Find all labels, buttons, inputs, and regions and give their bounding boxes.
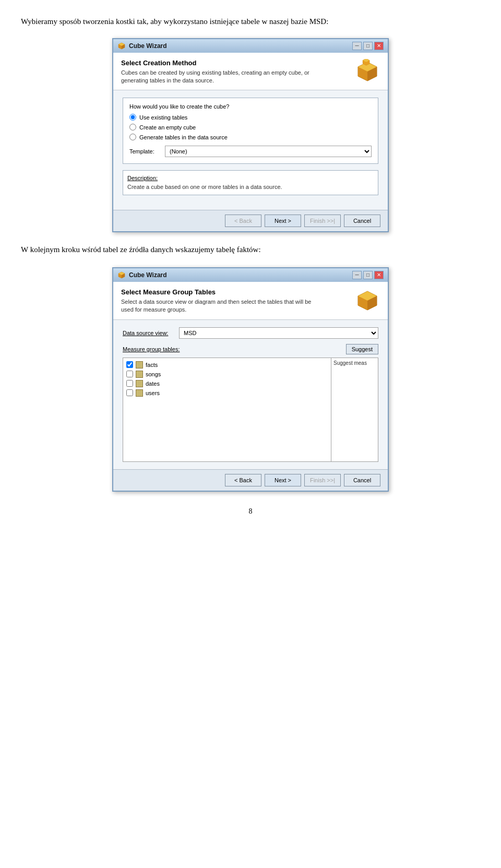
checkbox-songs[interactable] <box>126 371 133 377</box>
radio-empty-cube-input[interactable] <box>129 124 136 130</box>
dialog1-description-box: Description: Create a cube based on one … <box>123 170 378 195</box>
dialog1-heading: Select Creation Method <box>121 59 319 67</box>
dialog2-wrapper: Cube Wizard ─ □ ✕ Select Measure Group T… <box>21 267 480 492</box>
dialog2-cube-icon-small <box>117 271 126 279</box>
finish-button-1: Finish >>| <box>304 215 341 227</box>
checkbox-facts[interactable] <box>126 361 133 368</box>
measure-group-header: Measure group tables: Suggest <box>123 344 378 354</box>
dialog1-question: How would you like to create the cube? <box>129 103 372 110</box>
minimize-button[interactable]: ─ <box>352 42 362 50</box>
table-name-songs: songs <box>146 371 161 377</box>
radio-generate-tables[interactable]: Generate tables in the data source <box>129 134 372 140</box>
restore-button[interactable]: □ <box>363 42 373 50</box>
dialog1-cube-icon <box>355 59 380 84</box>
page-number: 8 <box>21 507 480 516</box>
data-source-label: Data source view: <box>123 330 175 336</box>
dialog1-header-desc: Cubes can be created by using existing t… <box>121 69 319 85</box>
list-item[interactable]: facts <box>125 360 329 370</box>
finish-button-2: Finish >>| <box>304 474 341 486</box>
dialog1-wrapper: Cube Wizard ─ □ ✕ Select Creation Method… <box>21 38 480 233</box>
dialog1-title: Cube Wizard <box>117 42 167 50</box>
table-list: facts songs dates us <box>123 358 331 462</box>
dialog2-close-button[interactable]: ✕ <box>374 271 384 279</box>
radio-generate-tables-input[interactable] <box>129 134 136 140</box>
table-name-dates: dates <box>146 381 160 387</box>
dialog1-header: Select Creation Method Cubes can be crea… <box>113 53 388 91</box>
list-item[interactable]: songs <box>125 370 329 379</box>
dialog1-group-box: How would you like to create the cube? U… <box>123 98 378 164</box>
radio-use-existing-input[interactable] <box>129 114 136 121</box>
table-list-area: facts songs dates us <box>123 358 378 462</box>
description-label: Description: <box>127 175 374 181</box>
checkbox-dates[interactable] <box>126 380 133 387</box>
table-icon-dates <box>136 380 143 387</box>
back-button-2[interactable]: < Back <box>225 474 261 486</box>
dialog2-titlebar: Cube Wizard ─ □ ✕ <box>113 268 388 282</box>
dialog1-titlebar: Cube Wizard ─ □ ✕ <box>113 39 388 53</box>
suggest-button[interactable]: Suggest <box>346 344 378 354</box>
table-name-facts: facts <box>146 362 158 368</box>
dialog2-title: Cube Wizard <box>117 271 167 279</box>
radio-empty-cube-label: Create an empty cube <box>139 124 196 130</box>
dialog2-header-desc: Select a data source view or diagram and… <box>121 298 319 314</box>
dialog1-header-text: Select Creation Method Cubes can be crea… <box>121 59 319 85</box>
radio-empty-cube[interactable]: Create an empty cube <box>129 124 372 130</box>
intro-paragraph: Wybieramy sposób tworzenia kostki tak, a… <box>21 16 480 28</box>
data-source-select[interactable]: MSD <box>179 327 378 339</box>
radio-use-existing-label: Use existing tables <box>139 114 187 121</box>
table-icon-songs <box>136 371 143 378</box>
cancel-button-1[interactable]: Cancel <box>344 215 380 227</box>
suggest-side-label: Suggest meas <box>333 360 367 366</box>
dialog2: Cube Wizard ─ □ ✕ Select Measure Group T… <box>112 267 389 492</box>
dialog1-footer: < Back Next > Finish >>| Cancel <box>113 210 388 231</box>
next-button-2[interactable]: Next > <box>265 474 301 486</box>
list-item[interactable]: users <box>125 388 329 398</box>
dialog2-heading: Select Measure Group Tables <box>121 288 319 296</box>
radio-generate-tables-label: Generate tables in the data source <box>139 134 228 140</box>
measure-group-label: Measure group tables: <box>123 346 180 352</box>
close-button[interactable]: ✕ <box>374 42 384 50</box>
dialog2-header-text: Select Measure Group Tables Select a dat… <box>121 288 319 314</box>
middle-paragraph: W kolejnym kroku wśród tabel ze źródła d… <box>21 244 480 256</box>
cancel-button-2[interactable]: Cancel <box>344 474 380 486</box>
dialog1-title-text: Cube Wizard <box>129 42 167 50</box>
list-item[interactable]: dates <box>125 379 329 388</box>
dialog1: Cube Wizard ─ □ ✕ Select Creation Method… <box>112 38 389 233</box>
suggest-side-panel: Suggest meas <box>331 358 378 462</box>
checkbox-users[interactable] <box>126 389 133 396</box>
table-name-users: users <box>146 390 160 396</box>
dialog2-minimize-button[interactable]: ─ <box>352 271 362 279</box>
dialog2-titlebar-buttons: ─ □ ✕ <box>352 271 384 279</box>
data-source-row: Data source view: MSD <box>123 327 378 339</box>
cube-wizard-icon <box>117 42 126 50</box>
radio-use-existing[interactable]: Use existing tables <box>129 114 372 121</box>
dialog2-cube-icon-large <box>355 288 380 313</box>
dialog2-title-text: Cube Wizard <box>129 271 167 279</box>
dialog2-restore-button[interactable]: □ <box>363 271 373 279</box>
template-select[interactable]: (None) <box>165 146 372 157</box>
dialog2-header: Select Measure Group Tables Select a dat… <box>113 282 388 320</box>
description-text: Create a cube based on one or more table… <box>127 184 282 190</box>
table-icon-users <box>136 389 143 397</box>
template-label: Template: <box>129 148 161 154</box>
next-button-1[interactable]: Next > <box>265 215 301 227</box>
dialog1-titlebar-buttons: ─ □ ✕ <box>352 42 384 50</box>
dialog2-footer: < Back Next > Finish >>| Cancel <box>113 469 388 491</box>
template-row: Template: (None) <box>129 146 372 157</box>
back-button-1[interactable]: < Back <box>225 215 261 227</box>
dialog2-body: Data source view: MSD Measure group tabl… <box>113 320 388 469</box>
table-icon-facts <box>136 361 143 368</box>
dialog1-body: How would you like to create the cube? U… <box>113 90 388 210</box>
